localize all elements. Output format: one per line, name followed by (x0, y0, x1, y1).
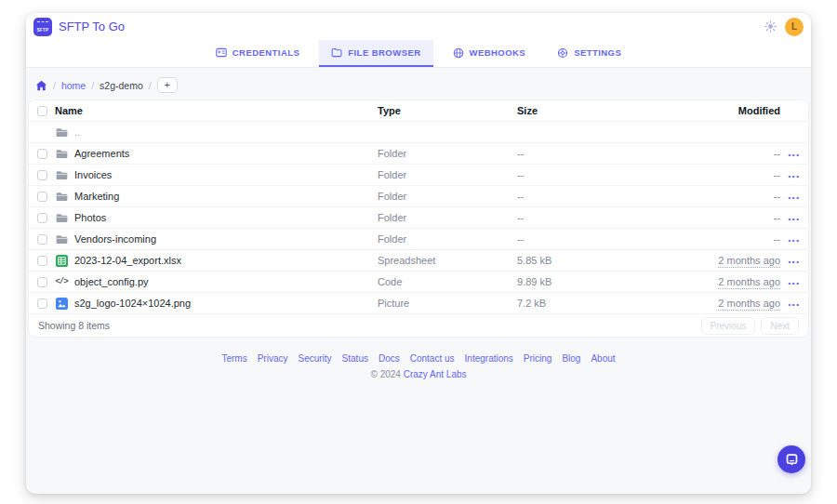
file-modified: -- (661, 191, 780, 202)
app-title: SFTP To Go (59, 20, 125, 33)
file-name[interactable]: 2023-12-04_export.xlsx (74, 255, 181, 266)
tab-file-browser[interactable]: FILE BROWSER (319, 40, 432, 67)
app-logo-text: SFTP (37, 28, 49, 36)
footer-link[interactable]: Docs (379, 353, 400, 364)
row-checkbox[interactable] (37, 170, 47, 180)
column-header-size: Size (517, 105, 661, 116)
tab-label: WEBHOOKS (470, 47, 526, 58)
row-checkbox[interactable] (37, 213, 47, 223)
next-page-button[interactable]: Next (761, 317, 799, 335)
row-actions-button[interactable]: ••• (789, 258, 801, 266)
table-row[interactable]: .. (29, 121, 808, 142)
file-modified: -- (661, 212, 780, 223)
table-row[interactable]: s2g_logo-1024×1024.pngPicture7.2 kB2 mon… (29, 292, 808, 313)
folder-icon (331, 47, 342, 58)
previous-page-button[interactable]: Previous (701, 317, 756, 335)
breadcrumb-home-link[interactable]: home (61, 80, 86, 91)
file-type: Folder (378, 169, 517, 180)
file-size: -- (517, 148, 661, 159)
row-checkbox[interactable] (37, 192, 47, 202)
row-actions-button[interactable]: ••• (789, 236, 801, 245)
table-row[interactable]: </>object_config.pyCode9.89 kB2 months a… (29, 271, 808, 292)
row-checkbox[interactable] (37, 234, 47, 245)
tab-label: SETTINGS (574, 47, 621, 58)
table-row[interactable]: Vendors-incomingFolder----••• (29, 228, 808, 249)
footer-link[interactable]: Privacy (258, 353, 288, 364)
footer-link[interactable]: Contact us (410, 353, 455, 364)
table-header-row: Name Type Size Modified (29, 100, 808, 121)
file-size: 9.89 kB (517, 276, 661, 287)
file-type: Spreadsheet (378, 255, 517, 266)
file-name[interactable]: s2g_logo-1024×1024.png (74, 298, 191, 309)
add-item-button[interactable]: + (157, 77, 178, 93)
column-header-type: Type (378, 105, 517, 116)
chat-icon (785, 453, 799, 467)
row-actions-button[interactable]: ••• (789, 172, 801, 180)
row-actions-button[interactable]: ••• (789, 193, 801, 202)
home-icon[interactable] (35, 80, 47, 91)
user-avatar[interactable]: L (785, 18, 804, 36)
file-browser-content: / home / s2g-demo / + Name Type Size Mod… (26, 68, 811, 494)
brand-link[interactable]: Crazy Ant Labs (404, 369, 467, 379)
table-row[interactable]: MarketingFolder----••• (29, 185, 808, 206)
file-type: Folder (378, 212, 517, 223)
picture-icon (55, 298, 68, 310)
file-modified: -- (661, 233, 780, 245)
table-row[interactable]: AgreementsFolder----••• (29, 142, 808, 164)
row-actions-button[interactable]: ••• (789, 300, 801, 309)
table-row[interactable]: 2023-12-04_export.xlsxSpreadsheet5.85 kB… (29, 249, 808, 271)
main-nav-tabs: CREDENTIALS FILE BROWSER WEBHOOKS (26, 40, 811, 68)
file-modified: 2 months ago (661, 276, 780, 287)
row-checkbox[interactable] (37, 277, 47, 287)
file-table: Name Type Size Modified ..AgreementsFold… (28, 99, 809, 338)
tab-settings[interactable]: SETTINGS (545, 40, 633, 67)
table-row[interactable]: InvoicesFolder----••• (29, 164, 808, 185)
file-size: -- (517, 233, 661, 245)
footer-links: TermsPrivacySecurityStatusDocsContact us… (28, 353, 809, 364)
app-header: SFTP SFTP To Go L (26, 13, 811, 40)
file-name[interactable]: .. (74, 126, 80, 138)
row-actions-button[interactable]: ••• (789, 279, 801, 287)
breadcrumb-current: s2g-demo (100, 80, 143, 91)
code-icon: </> (55, 277, 68, 286)
folder-icon (55, 234, 68, 245)
file-name[interactable]: object_config.py (74, 276, 149, 287)
file-size: -- (517, 212, 661, 223)
folder-icon (55, 127, 68, 138)
footer-link[interactable]: Status (342, 353, 368, 364)
folder-icon (55, 149, 68, 159)
site-footer: TermsPrivacySecurityStatusDocsContact us… (28, 353, 809, 379)
tab-label: FILE BROWSER (348, 47, 420, 58)
row-checkbox[interactable] (37, 298, 47, 309)
row-checkbox[interactable] (37, 256, 47, 266)
file-modified: 2 months ago (661, 298, 780, 309)
footer-link[interactable]: Pricing (524, 353, 552, 364)
row-checkbox[interactable] (37, 149, 47, 159)
sun-icon (764, 20, 777, 33)
file-name[interactable]: Marketing (74, 191, 119, 202)
file-name[interactable]: Vendors-incoming (74, 233, 156, 245)
row-actions-button[interactable]: ••• (789, 151, 801, 159)
table-row[interactable]: PhotosFolder----••• (29, 206, 808, 228)
file-name[interactable]: Agreements (74, 148, 129, 159)
file-type: Picture (378, 298, 517, 309)
footer-link[interactable]: Security (298, 353, 331, 364)
file-modified: 2 months ago (661, 255, 780, 266)
footer-link[interactable]: Blog (562, 353, 580, 364)
app-logo: SFTP (33, 18, 52, 36)
footer-link[interactable]: About (591, 353, 615, 364)
row-actions-button[interactable]: ••• (789, 215, 801, 223)
theme-toggle-button[interactable] (763, 20, 777, 34)
column-header-modified: Modified (661, 105, 780, 116)
table-footer: Showing 8 items Previous Next (29, 313, 808, 337)
chat-widget-button[interactable] (777, 445, 805, 473)
tab-webhooks[interactable]: WEBHOOKS (441, 40, 538, 67)
footer-link[interactable]: Terms (221, 353, 246, 364)
file-name[interactable]: Photos (74, 212, 106, 223)
footer-link[interactable]: Integrations (465, 353, 513, 364)
select-all-checkbox[interactable] (37, 106, 47, 116)
tab-credentials[interactable]: CREDENTIALS (204, 40, 312, 67)
breadcrumb: / home / s2g-demo / + (35, 77, 802, 93)
id-card-icon (216, 47, 227, 58)
file-name[interactable]: Invoices (74, 169, 112, 180)
